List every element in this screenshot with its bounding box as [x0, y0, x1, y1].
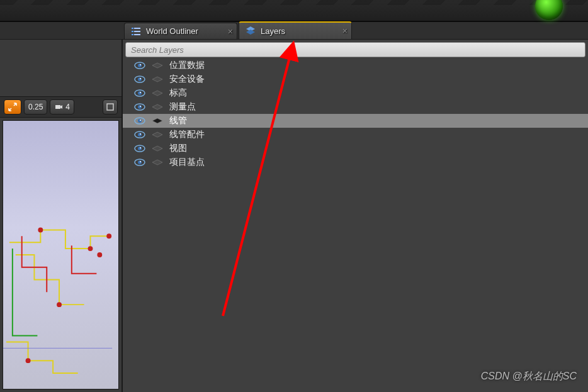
svg-rect-0	[132, 28, 133, 29]
svg-rect-4	[132, 34, 133, 35]
close-icon[interactable]: ×	[228, 26, 233, 36]
layer-label: 测量点	[169, 101, 196, 113]
close-icon[interactable]: ×	[342, 26, 348, 36]
layer-label: 安全设备	[169, 74, 205, 85]
layer-shape-icon	[152, 76, 163, 82]
svg-point-19	[140, 64, 141, 65]
layer-shape-icon	[152, 118, 163, 124]
svg-point-26	[138, 91, 142, 95]
svg-point-15	[106, 233, 111, 238]
search-input[interactable]	[131, 45, 580, 55]
svg-marker-7	[246, 30, 255, 35]
eye-icon[interactable]	[134, 103, 145, 111]
svg-rect-2	[132, 31, 133, 32]
tab-world-outliner[interactable]: World Outliner ×	[124, 23, 237, 39]
svg-rect-5	[134, 34, 140, 35]
svg-marker-44	[152, 146, 162, 151]
eye-icon[interactable]	[134, 61, 145, 70]
layer-item[interactable]: 标高	[123, 86, 588, 100]
left-panel: 0.25 4	[0, 40, 123, 392]
svg-point-47	[140, 161, 141, 162]
svg-point-34	[138, 119, 142, 123]
svg-marker-48	[152, 160, 162, 165]
viewport-3d[interactable]	[3, 120, 119, 389]
svg-point-38	[138, 133, 142, 137]
layer-item[interactable]: 视图	[123, 142, 588, 155]
maximize-button[interactable]	[103, 99, 118, 115]
maximize-icon	[106, 103, 115, 111]
svg-rect-8	[55, 105, 60, 109]
svg-point-31	[140, 106, 141, 107]
svg-point-12	[88, 246, 93, 251]
layer-item[interactable]: 测量点	[123, 100, 588, 114]
layer-label: 位置数据	[169, 60, 205, 71]
tab-layers[interactable]: Layers ×	[239, 21, 352, 39]
svg-marker-28	[152, 91, 162, 96]
layer-item[interactable]: 位置数据	[123, 59, 588, 72]
svg-point-16	[97, 252, 102, 257]
svg-marker-24	[152, 77, 162, 82]
svg-marker-9	[60, 105, 62, 109]
viewport-toolbar: 0.25 4	[0, 96, 122, 118]
layer-shape-icon	[152, 90, 163, 96]
svg-marker-32	[152, 104, 162, 109]
layer-shape-icon	[152, 62, 163, 69]
layers-icon	[246, 26, 256, 36]
layer-item[interactable]: 线管	[123, 114, 588, 128]
tab-label: Layers	[261, 26, 285, 36]
layer-item[interactable]: 线管配件	[123, 128, 588, 142]
layer-label: 线管配件	[169, 129, 205, 140]
layer-label: 视图	[169, 143, 187, 154]
svg-rect-10	[107, 104, 113, 110]
snap-toggle-button[interactable]	[4, 99, 21, 115]
eye-icon[interactable]	[134, 130, 145, 139]
camera-speed-button[interactable]: 4	[50, 99, 74, 115]
svg-point-35	[140, 120, 141, 121]
svg-point-39	[140, 133, 141, 135]
svg-point-22	[138, 77, 142, 81]
camera-speed-value: 4	[65, 103, 70, 111]
svg-point-18	[138, 64, 142, 67]
layer-label: 项目基点	[169, 157, 205, 168]
layer-list: 位置数据安全设备标高测量点线管线管配件视图项目基点	[123, 59, 588, 392]
svg-point-42	[138, 147, 142, 150]
svg-marker-36	[152, 118, 162, 123]
svg-point-13	[57, 302, 62, 307]
expand-icon	[8, 103, 17, 111]
layer-item[interactable]: 安全设备	[123, 72, 588, 86]
layer-label: 线管	[169, 115, 187, 126]
svg-point-30	[138, 105, 142, 109]
eye-icon[interactable]	[134, 75, 145, 84]
svg-point-11	[38, 227, 43, 232]
layer-shape-icon	[152, 145, 163, 152]
main-area: 0.25 4	[0, 40, 588, 392]
panel-tabs: World Outliner × Layers ×	[0, 22, 588, 40]
svg-marker-20	[152, 63, 162, 68]
tab-label: World Outliner	[146, 26, 198, 36]
viewport-geometry	[3, 121, 118, 389]
eye-icon[interactable]	[134, 116, 145, 125]
compile-status-orb[interactable]	[535, 0, 563, 20]
layers-panel: 位置数据安全设备标高测量点线管线管配件视图项目基点	[123, 40, 588, 392]
eye-icon[interactable]	[134, 144, 145, 153]
layer-shape-icon	[152, 104, 163, 110]
camera-icon	[54, 103, 63, 111]
layer-label: 标高	[169, 87, 187, 99]
snap-value-button[interactable]: 0.25	[24, 99, 47, 115]
layer-item[interactable]: 项目基点	[123, 155, 588, 169]
svg-point-27	[140, 92, 141, 93]
layer-shape-icon	[152, 159, 163, 165]
svg-point-43	[140, 147, 141, 148]
svg-point-14	[26, 358, 31, 363]
snap-value: 0.25	[28, 103, 43, 111]
svg-rect-1	[134, 28, 140, 29]
svg-point-46	[138, 160, 142, 164]
search-bar	[125, 42, 585, 57]
svg-point-23	[140, 78, 141, 79]
layer-shape-icon	[152, 132, 163, 138]
eye-icon[interactable]	[134, 158, 145, 167]
svg-rect-3	[134, 31, 140, 32]
svg-marker-40	[152, 132, 162, 137]
eye-icon[interactable]	[134, 89, 145, 98]
title-bar	[0, 0, 588, 22]
